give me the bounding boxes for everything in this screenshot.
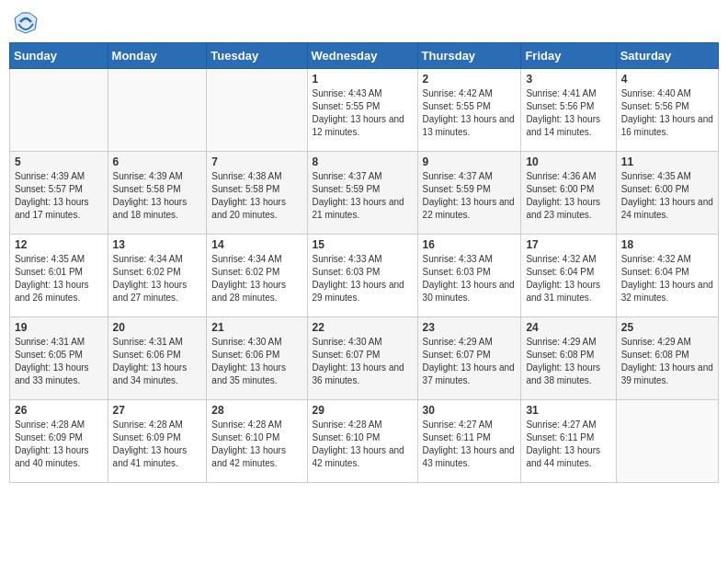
calendar-table: SundayMondayTuesdayWednesdayThursdayFrid… bbox=[9, 42, 719, 483]
calendar-cell: 17Sunrise: 4:32 AM Sunset: 6:04 PM Dayli… bbox=[521, 235, 616, 317]
day-number: 27 bbox=[113, 404, 202, 417]
day-number: 20 bbox=[113, 321, 202, 334]
calendar-cell: 24Sunrise: 4:29 AM Sunset: 6:08 PM Dayli… bbox=[521, 317, 616, 400]
day-info: Sunrise: 4:37 AM Sunset: 5:59 PM Dayligh… bbox=[313, 170, 413, 222]
day-info: Sunrise: 4:42 AM Sunset: 5:55 PM Dayligh… bbox=[423, 87, 517, 139]
day-info: Sunrise: 4:28 AM Sunset: 6:10 PM Dayligh… bbox=[313, 419, 413, 470]
calendar-cell: 1Sunrise: 4:43 AM Sunset: 5:55 PM Daylig… bbox=[307, 69, 417, 152]
calendar-cell: 8Sunrise: 4:37 AM Sunset: 5:59 PM Daylig… bbox=[307, 152, 417, 235]
column-header-sunday: Sunday bbox=[10, 43, 108, 69]
calendar-week-row: 12Sunrise: 4:35 AM Sunset: 6:01 PM Dayli… bbox=[10, 235, 719, 317]
day-info: Sunrise: 4:39 AM Sunset: 5:58 PM Dayligh… bbox=[113, 170, 202, 222]
day-number: 15 bbox=[313, 238, 413, 251]
logo bbox=[13, 9, 42, 35]
column-header-friday: Friday bbox=[521, 43, 616, 69]
calendar-cell: 22Sunrise: 4:30 AM Sunset: 6:07 PM Dayli… bbox=[307, 317, 417, 400]
day-number: 30 bbox=[423, 404, 517, 417]
logo-icon bbox=[13, 9, 39, 35]
day-number: 5 bbox=[15, 155, 103, 168]
day-number: 16 bbox=[423, 238, 517, 251]
day-number: 23 bbox=[423, 321, 517, 334]
calendar-week-row: 26Sunrise: 4:28 AM Sunset: 6:09 PM Dayli… bbox=[10, 400, 719, 483]
day-info: Sunrise: 4:27 AM Sunset: 6:11 PM Dayligh… bbox=[526, 419, 610, 470]
day-info: Sunrise: 4:34 AM Sunset: 6:02 PM Dayligh… bbox=[211, 253, 301, 304]
calendar-cell: 31Sunrise: 4:27 AM Sunset: 6:11 PM Dayli… bbox=[521, 400, 616, 483]
day-number: 6 bbox=[113, 155, 202, 168]
calendar-cell: 25Sunrise: 4:29 AM Sunset: 6:08 PM Dayli… bbox=[616, 317, 718, 400]
day-info: Sunrise: 4:32 AM Sunset: 6:04 PM Dayligh… bbox=[621, 253, 713, 304]
page-header bbox=[9, 9, 719, 35]
calendar-week-row: 5Sunrise: 4:39 AM Sunset: 5:57 PM Daylig… bbox=[10, 152, 719, 235]
day-info: Sunrise: 4:39 AM Sunset: 5:57 PM Dayligh… bbox=[15, 170, 103, 222]
day-number: 28 bbox=[211, 404, 301, 417]
day-number: 10 bbox=[526, 155, 610, 168]
day-number: 29 bbox=[313, 404, 413, 417]
calendar-cell bbox=[207, 69, 307, 152]
day-number: 25 bbox=[621, 321, 713, 334]
day-info: Sunrise: 4:30 AM Sunset: 6:06 PM Dayligh… bbox=[211, 336, 301, 387]
calendar-cell: 3Sunrise: 4:41 AM Sunset: 5:56 PM Daylig… bbox=[521, 69, 616, 152]
day-info: Sunrise: 4:34 AM Sunset: 6:02 PM Dayligh… bbox=[113, 253, 202, 304]
calendar-cell: 21Sunrise: 4:30 AM Sunset: 6:06 PM Dayli… bbox=[207, 317, 307, 400]
day-number: 12 bbox=[15, 238, 103, 251]
calendar-cell: 26Sunrise: 4:28 AM Sunset: 6:09 PM Dayli… bbox=[10, 400, 108, 483]
day-number: 18 bbox=[621, 238, 713, 251]
day-number: 24 bbox=[526, 321, 610, 334]
day-number: 14 bbox=[211, 238, 301, 251]
day-info: Sunrise: 4:28 AM Sunset: 6:09 PM Dayligh… bbox=[15, 419, 103, 470]
calendar-cell: 9Sunrise: 4:37 AM Sunset: 5:59 PM Daylig… bbox=[417, 152, 521, 235]
calendar-cell: 13Sunrise: 4:34 AM Sunset: 6:02 PM Dayli… bbox=[108, 235, 207, 317]
calendar-cell: 19Sunrise: 4:31 AM Sunset: 6:05 PM Dayli… bbox=[10, 317, 108, 400]
day-number: 3 bbox=[526, 73, 610, 86]
day-number: 22 bbox=[313, 321, 413, 334]
calendar-cell: 29Sunrise: 4:28 AM Sunset: 6:10 PM Dayli… bbox=[307, 400, 417, 483]
column-header-tuesday: Tuesday bbox=[207, 43, 307, 69]
calendar-cell: 4Sunrise: 4:40 AM Sunset: 5:56 PM Daylig… bbox=[616, 69, 718, 152]
day-number: 17 bbox=[526, 238, 610, 251]
calendar-cell: 16Sunrise: 4:33 AM Sunset: 6:03 PM Dayli… bbox=[417, 235, 521, 317]
day-number: 8 bbox=[313, 155, 413, 168]
day-info: Sunrise: 4:31 AM Sunset: 6:06 PM Dayligh… bbox=[113, 336, 202, 387]
calendar-cell: 20Sunrise: 4:31 AM Sunset: 6:06 PM Dayli… bbox=[108, 317, 207, 400]
day-info: Sunrise: 4:29 AM Sunset: 6:08 PM Dayligh… bbox=[526, 336, 610, 387]
calendar-cell: 2Sunrise: 4:42 AM Sunset: 5:55 PM Daylig… bbox=[417, 69, 521, 152]
day-number: 26 bbox=[15, 404, 103, 417]
day-info: Sunrise: 4:29 AM Sunset: 6:08 PM Dayligh… bbox=[621, 336, 713, 387]
day-info: Sunrise: 4:40 AM Sunset: 5:56 PM Dayligh… bbox=[621, 87, 713, 139]
day-info: Sunrise: 4:35 AM Sunset: 6:00 PM Dayligh… bbox=[621, 170, 713, 222]
day-number: 9 bbox=[423, 155, 517, 168]
day-number: 21 bbox=[211, 321, 301, 334]
day-number: 11 bbox=[621, 155, 713, 168]
day-number: 1 bbox=[313, 73, 413, 86]
day-number: 13 bbox=[113, 238, 202, 251]
calendar-cell: 7Sunrise: 4:38 AM Sunset: 5:58 PM Daylig… bbox=[207, 152, 307, 235]
calendar-cell bbox=[616, 400, 718, 483]
day-info: Sunrise: 4:41 AM Sunset: 5:56 PM Dayligh… bbox=[526, 87, 610, 139]
calendar-cell: 11Sunrise: 4:35 AM Sunset: 6:00 PM Dayli… bbox=[616, 152, 718, 235]
calendar-cell: 28Sunrise: 4:28 AM Sunset: 6:10 PM Dayli… bbox=[207, 400, 307, 483]
calendar-cell: 6Sunrise: 4:39 AM Sunset: 5:58 PM Daylig… bbox=[108, 152, 207, 235]
column-header-saturday: Saturday bbox=[616, 43, 718, 69]
day-info: Sunrise: 4:29 AM Sunset: 6:07 PM Dayligh… bbox=[423, 336, 517, 387]
day-info: Sunrise: 4:31 AM Sunset: 6:05 PM Dayligh… bbox=[15, 336, 103, 387]
calendar-cell: 5Sunrise: 4:39 AM Sunset: 5:57 PM Daylig… bbox=[10, 152, 108, 235]
day-info: Sunrise: 4:32 AM Sunset: 6:04 PM Dayligh… bbox=[526, 253, 610, 304]
calendar-cell: 23Sunrise: 4:29 AM Sunset: 6:07 PM Dayli… bbox=[417, 317, 521, 400]
day-number: 31 bbox=[526, 404, 610, 417]
calendar-header-row: SundayMondayTuesdayWednesdayThursdayFrid… bbox=[10, 43, 719, 69]
day-info: Sunrise: 4:30 AM Sunset: 6:07 PM Dayligh… bbox=[313, 336, 413, 387]
calendar-cell: 14Sunrise: 4:34 AM Sunset: 6:02 PM Dayli… bbox=[207, 235, 307, 317]
day-info: Sunrise: 4:28 AM Sunset: 6:10 PM Dayligh… bbox=[211, 419, 301, 470]
calendar-cell: 27Sunrise: 4:28 AM Sunset: 6:09 PM Dayli… bbox=[108, 400, 207, 483]
day-number: 19 bbox=[15, 321, 103, 334]
day-info: Sunrise: 4:36 AM Sunset: 6:00 PM Dayligh… bbox=[526, 170, 610, 222]
calendar-cell: 10Sunrise: 4:36 AM Sunset: 6:00 PM Dayli… bbox=[521, 152, 616, 235]
day-info: Sunrise: 4:33 AM Sunset: 6:03 PM Dayligh… bbox=[423, 253, 517, 304]
calendar-cell: 18Sunrise: 4:32 AM Sunset: 6:04 PM Dayli… bbox=[616, 235, 718, 317]
calendar-cell: 15Sunrise: 4:33 AM Sunset: 6:03 PM Dayli… bbox=[307, 235, 417, 317]
column-header-wednesday: Wednesday bbox=[307, 43, 417, 69]
calendar-cell: 30Sunrise: 4:27 AM Sunset: 6:11 PM Dayli… bbox=[417, 400, 521, 483]
day-info: Sunrise: 4:27 AM Sunset: 6:11 PM Dayligh… bbox=[423, 419, 517, 470]
column-header-thursday: Thursday bbox=[417, 43, 521, 69]
day-info: Sunrise: 4:43 AM Sunset: 5:55 PM Dayligh… bbox=[313, 87, 413, 139]
